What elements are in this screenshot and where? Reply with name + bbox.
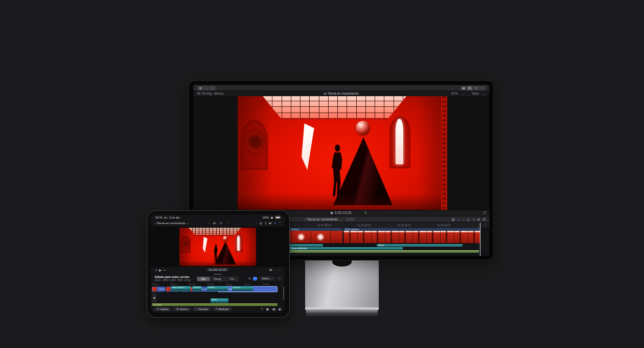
meters-icon[interactable]: ∥ bbox=[265, 221, 266, 225]
inspect-icon: ▤ bbox=[157, 308, 159, 310]
timeline-ruler[interactable]: 00:00 00:03 00:06 00:09 00:12 00:15 00:1… bbox=[151, 282, 285, 286]
audio-clip[interactable]: Bola metálica bbox=[171, 286, 191, 291]
tools-icon[interactable]: ⊞ bbox=[477, 217, 480, 222]
import-icon[interactable]: ↓ bbox=[208, 221, 209, 225]
ruler-label: 01:00:05:00 bbox=[317, 224, 331, 227]
enhance-icon[interactable]: ✦ bbox=[274, 221, 277, 225]
clip-name: Wind bbox=[378, 244, 383, 247]
timeline-scrollbar[interactable] bbox=[283, 287, 284, 300]
floor-shadow bbox=[238, 194, 447, 210]
speaker-icon[interactable]: ◀) bbox=[272, 307, 275, 311]
speaker-menu[interactable]: ◀) ⌄ bbox=[269, 268, 275, 271]
timeline-clip[interactable]: Dark sphere bbox=[343, 228, 480, 243]
import-icon[interactable]: ↓ bbox=[204, 86, 209, 91]
audio-clip[interactable]: Brilho bbox=[211, 298, 228, 303]
ruler-label: 01:00:15:00 bbox=[397, 224, 410, 227]
ruler-label: 01:00:10:00 bbox=[357, 224, 371, 227]
loop-icon[interactable]: ∞ bbox=[248, 276, 251, 280]
ruler-label: 00:09 bbox=[209, 283, 214, 286]
render-icon[interactable]: ◌ bbox=[255, 221, 257, 225]
play-button[interactable]: ▶ bbox=[159, 268, 162, 272]
animate-button[interactable]: ◇Animate bbox=[193, 307, 211, 311]
overlay-icon[interactable]: ▣ bbox=[266, 307, 269, 311]
timeline-project-menu[interactable]: Tierra en movimiento ⌄ bbox=[307, 217, 341, 221]
audio-clip[interactable]: Swoosh bbox=[192, 286, 202, 291]
app-toolbar: ‹ Tierra en movimiento ⌄ ↓ ⊞ ✎ ◔ ◌ ◍ ∥ ⊟… bbox=[151, 220, 285, 227]
ruler-label: 01:00:20:00 bbox=[437, 224, 450, 227]
audio-meters-icon[interactable]: ‖ bbox=[365, 211, 366, 214]
ruler-label: 00:12 bbox=[227, 283, 232, 286]
fcp-ipad-app: 09:41 ter., 9 de abr. 100% ‹ Tierra en m… bbox=[151, 214, 285, 313]
figure-silhouette bbox=[212, 244, 219, 262]
viewer-zoom-menu[interactable]: 47% ⌄ bbox=[448, 92, 465, 95]
project-menu[interactable]: ‹ Tierra en movimiento ⌄ bbox=[155, 221, 189, 225]
browser-icon[interactable]: ▦ bbox=[461, 86, 466, 91]
sidebar-icon[interactable]: ▥ bbox=[198, 86, 203, 91]
timer-icon[interactable]: ◔ bbox=[226, 221, 228, 225]
more-button[interactable]: ⋯ bbox=[277, 276, 282, 281]
timeline-back-button[interactable]: ‹ bbox=[305, 217, 306, 221]
project-title: Edição para redes sociais bbox=[155, 275, 190, 278]
record-icon[interactable]: ◉ bbox=[279, 307, 281, 311]
video-preview bbox=[238, 96, 447, 210]
keywords-icon[interactable]: ⌗ bbox=[210, 86, 215, 91]
display-mirror-icon[interactable]: ⊟ bbox=[269, 221, 271, 225]
brush-icon[interactable]: ✎ bbox=[220, 221, 222, 225]
clip-filmstrip bbox=[343, 231, 480, 243]
mode-trim[interactable]: Trim bbox=[225, 277, 239, 281]
left-icon-group: ▥ ↓ ⌗ bbox=[197, 86, 216, 91]
mode-range[interactable]: Range bbox=[210, 277, 225, 281]
status-bar: 09:41 ter., 9 de abr. 100% bbox=[151, 214, 285, 220]
multicam-button[interactable]: ⊞Multicam bbox=[213, 307, 232, 311]
volume-icon: ◀) bbox=[176, 308, 178, 310]
timeline-view-icon[interactable]: ▭ bbox=[467, 86, 472, 91]
select-menu[interactable]: Select ⌄ bbox=[259, 276, 275, 280]
solo-icon[interactable]: ◎ bbox=[467, 217, 470, 222]
desk-scene: ▥ ↓ ⌗ ▦ ▭ ◫ ↑ 4K 59.94p, Stereo ⊡ Tierra… bbox=[0, 0, 644, 348]
trash-icon[interactable]: × bbox=[261, 307, 263, 311]
share-icon[interactable]: ↑ bbox=[479, 86, 485, 91]
previous-button[interactable]: « bbox=[155, 268, 157, 272]
media-browser-icon[interactable]: ⊞ bbox=[213, 221, 216, 225]
porthole-ring bbox=[182, 240, 190, 247]
battery-icon bbox=[275, 216, 280, 219]
more-icon[interactable]: ⋯ bbox=[278, 268, 281, 271]
audio-skimming-icon[interactable]: ♪ bbox=[463, 217, 464, 222]
right-window-light bbox=[396, 119, 403, 164]
wifi-icon bbox=[270, 216, 273, 219]
inspect-button[interactable]: ▤Inspect bbox=[154, 307, 171, 311]
settings-icon[interactable]: ⚙ bbox=[482, 217, 486, 222]
connect-tool-icon[interactable] bbox=[253, 277, 257, 280]
skimming-icon[interactable]: ∿ bbox=[457, 217, 460, 222]
viewer-canvas bbox=[151, 227, 285, 267]
multicam-icon: ⊞ bbox=[216, 308, 218, 310]
viewer-timecode: 1:00:13:22 bbox=[335, 211, 352, 214]
battery-percent: 100% bbox=[262, 216, 269, 219]
mode-clip[interactable]: Clip bbox=[197, 277, 210, 281]
window-light bbox=[203, 237, 208, 253]
figure-silhouette bbox=[327, 144, 346, 198]
bottom-toolbar: ▤Inspect ◀)Volume ◇Animate ⊞Multicam × ▣… bbox=[151, 306, 285, 313]
metallic-sphere bbox=[223, 236, 228, 241]
ruler-label: 00:15 bbox=[245, 283, 250, 286]
right-window-light bbox=[237, 235, 240, 251]
index-icon[interactable]: ▤ bbox=[451, 217, 454, 222]
gap-clip[interactable] bbox=[152, 293, 157, 302]
timeline-clip[interactable]: Cúpula bbox=[152, 287, 165, 292]
volume-button[interactable]: ◀)Volume bbox=[173, 307, 191, 311]
window-light bbox=[302, 123, 314, 170]
snapping-icon[interactable]: ∪ bbox=[472, 217, 475, 222]
fullscreen-icon[interactable]: ◳ bbox=[482, 211, 486, 215]
next-button[interactable]: » bbox=[164, 268, 165, 272]
export-icon[interactable]: ↑ bbox=[279, 221, 281, 225]
audio-clip[interactable]: Subida bbox=[207, 286, 228, 291]
inspector-icon[interactable]: ◫ bbox=[473, 86, 478, 91]
play-button[interactable]: ▶ bbox=[331, 211, 333, 214]
connected-clip[interactable]: Wind bbox=[377, 244, 463, 247]
viewer-canvas bbox=[193, 96, 489, 210]
silence-icon[interactable]: ◍ bbox=[260, 221, 262, 225]
playhead[interactable] bbox=[480, 223, 480, 256]
viewer-view-menu[interactable]: View ⌄ bbox=[469, 92, 486, 95]
audio-clip[interactable]: Impacto bbox=[232, 286, 253, 291]
timeline-tracks: Cúpula Órbita Halo Espaço calmo Dark sph… bbox=[151, 286, 285, 306]
